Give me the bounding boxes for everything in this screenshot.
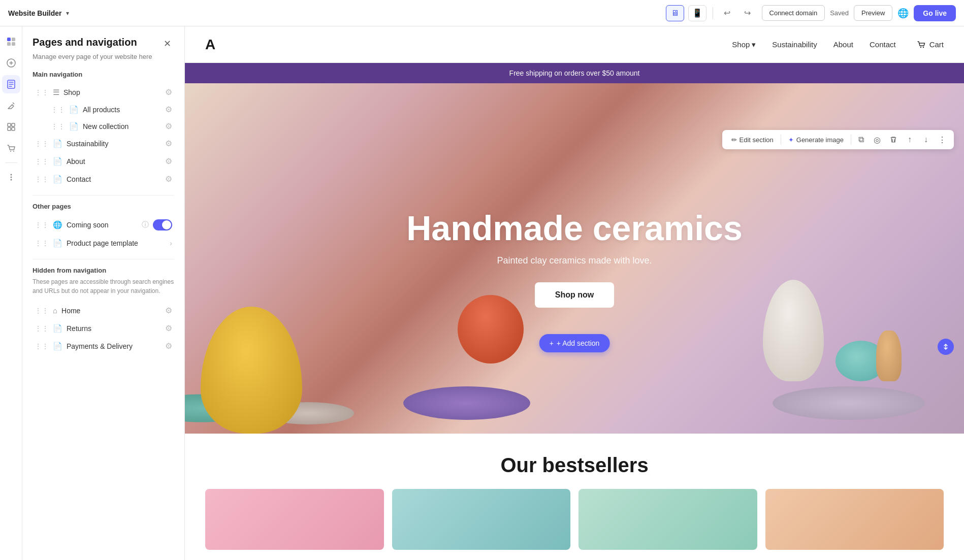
- nav-item-home[interactable]: ⋮⋮ ⌂ Home ⚙: [33, 302, 174, 319]
- move-down-button[interactable]: ↓: [918, 132, 934, 147]
- svg-point-14: [10, 179, 12, 181]
- ceramic-vase-3: [763, 280, 824, 381]
- edit-section-button[interactable]: ✏ Edit section: [726, 134, 779, 146]
- page-icon-returns: 📄: [53, 324, 62, 333]
- rail-design-icon[interactable]: [2, 96, 20, 115]
- sidebar-panel: Pages and navigation ✕ Manage every page…: [22, 26, 185, 560]
- rail-pages-icon[interactable]: [2, 75, 20, 93]
- add-section-button[interactable]: + + Add section: [539, 334, 610, 352]
- drag-handle-home[interactable]: ⋮⋮: [35, 307, 49, 315]
- svg-point-16: [922, 46, 923, 47]
- drag-handle-coming-soon[interactable]: ⋮⋮: [35, 221, 49, 229]
- rail-apps-icon[interactable]: [2, 118, 20, 136]
- nav-item-coming-soon[interactable]: ⋮⋮ 🌐 Coming soon ⓘ: [33, 215, 174, 235]
- bestsellers-title: Our bestsellers: [205, 454, 944, 477]
- rail-more-icon[interactable]: [2, 168, 20, 186]
- more-options-button[interactable]: ⋮: [935, 132, 950, 147]
- coming-soon-toggle[interactable]: [153, 219, 172, 230]
- product-card-3[interactable]: [579, 489, 757, 550]
- nav-item-new-collection[interactable]: ⋮⋮ 📄 New collection ⚙: [33, 118, 174, 135]
- nav-item-payments[interactable]: ⋮⋮ 📄 Payments & Delivery ⚙: [33, 337, 174, 355]
- product-card-1[interactable]: [205, 489, 384, 550]
- cart-icon: [916, 40, 926, 50]
- globe-icon[interactable]: 🌐: [897, 8, 909, 19]
- generate-image-button[interactable]: ✦ Generate image: [783, 134, 849, 146]
- svg-point-12: [10, 174, 12, 176]
- site-nav-cart[interactable]: Cart: [916, 40, 944, 50]
- nav-item-about-label: About: [67, 157, 161, 166]
- nav-item-sustainability[interactable]: ⋮⋮ 📄 Sustainability ⚙: [33, 135, 174, 152]
- go-live-button[interactable]: Go live: [914, 5, 956, 21]
- hide-section-button[interactable]: ◎: [870, 132, 885, 147]
- svg-point-11: [13, 151, 14, 152]
- nav-item-about[interactable]: ⋮⋮ 📄 About ⚙: [33, 152, 174, 170]
- rail-logo-icon: [2, 32, 20, 51]
- desktop-device-button[interactable]: 🖥: [666, 5, 684, 21]
- settings-icon-payments[interactable]: ⚙: [165, 341, 172, 351]
- mobile-device-button[interactable]: 📱: [688, 5, 706, 21]
- preview-button[interactable]: Preview: [854, 5, 892, 21]
- nav-item-shop[interactable]: ⋮⋮ ☰ Shop ⚙: [33, 83, 174, 101]
- rail-ecommerce-icon[interactable]: [2, 139, 20, 157]
- coming-soon-label: Coming soon: [67, 221, 138, 229]
- undo-button[interactable]: ↩: [719, 5, 735, 21]
- page-icon-sustainability: 📄: [53, 139, 62, 148]
- drag-handle-sustainability[interactable]: ⋮⋮: [35, 140, 49, 148]
- height-handle[interactable]: [938, 339, 954, 355]
- delete-section-button[interactable]: [886, 132, 901, 147]
- move-up-button[interactable]: ↑: [902, 132, 917, 147]
- preview-area: A Shop ▾ Sustainability About Contact Ca…: [185, 26, 964, 560]
- section-toolbar: ✏ Edit section ✦ Generate image ⧉ ◎ ↑ ↓ …: [722, 130, 954, 149]
- product-card-4[interactable]: [765, 489, 944, 550]
- topbar-divider: [713, 7, 713, 19]
- section-divider-2: [33, 259, 174, 259]
- svg-rect-6: [8, 123, 11, 126]
- info-icon-coming-soon[interactable]: ⓘ: [142, 220, 149, 229]
- home-icon: ⌂: [53, 306, 57, 315]
- hidden-nav-desc: These pages are accessible through searc…: [33, 277, 174, 295]
- drag-handle-returns[interactable]: ⋮⋮: [35, 324, 49, 333]
- settings-icon-shop[interactable]: ⚙: [165, 87, 172, 97]
- settings-icon-returns[interactable]: ⚙: [165, 323, 172, 333]
- drag-handle-new-collection[interactable]: ⋮⋮: [51, 122, 65, 130]
- redo-button[interactable]: ↪: [740, 5, 756, 21]
- copy-section-button[interactable]: ⧉: [853, 132, 869, 147]
- settings-icon-new-collection[interactable]: ⚙: [165, 121, 172, 131]
- settings-icon-all-products[interactable]: ⚙: [165, 105, 172, 114]
- connect-domain-button[interactable]: Connect domain: [762, 5, 825, 21]
- settings-icon-sustainability[interactable]: ⚙: [165, 139, 172, 148]
- site-nav-contact[interactable]: Contact: [870, 40, 896, 49]
- main-nav-label: Main navigation: [33, 71, 174, 78]
- settings-icon-contact[interactable]: ⚙: [165, 174, 172, 184]
- settings-icon-home[interactable]: ⚙: [165, 306, 172, 315]
- nav-item-product-template[interactable]: ⋮⋮ 📄 Product page template ›: [33, 235, 174, 252]
- site-nav-sustainability[interactable]: Sustainability: [772, 40, 817, 49]
- template-icon: 📄: [53, 239, 62, 248]
- drag-handle-about[interactable]: ⋮⋮: [35, 157, 49, 166]
- drag-handle-all-products[interactable]: ⋮⋮: [51, 106, 65, 114]
- nav-item-contact[interactable]: ⋮⋮ 📄 Contact ⚙: [33, 170, 174, 188]
- shop-now-button[interactable]: Shop now: [535, 282, 614, 308]
- site-logo: A: [205, 37, 215, 53]
- hero-subtitle: Painted clay ceramics made with love.: [406, 255, 742, 266]
- icon-rail: [0, 26, 22, 560]
- site-nav-about[interactable]: About: [833, 40, 853, 49]
- svg-rect-1: [12, 38, 15, 41]
- rail-add-icon[interactable]: [2, 54, 20, 72]
- drag-handle-shop[interactable]: ⋮⋮: [35, 88, 49, 96]
- platform-lavender: [773, 386, 925, 420]
- nav-item-returns[interactable]: ⋮⋮ 📄 Returns ⚙: [33, 319, 174, 337]
- drag-handle-contact[interactable]: ⋮⋮: [35, 175, 49, 183]
- drag-handle-template[interactable]: ⋮⋮: [35, 239, 49, 247]
- site-nav-shop[interactable]: Shop ▾: [732, 40, 756, 49]
- builder-chevron-icon[interactable]: ▾: [66, 10, 69, 17]
- page-icon-payments: 📄: [53, 342, 62, 351]
- ceramic-vase-4: [876, 331, 902, 381]
- nav-item-sustainability-label: Sustainability: [67, 140, 161, 148]
- settings-icon-about[interactable]: ⚙: [165, 156, 172, 166]
- product-card-2[interactable]: [392, 489, 571, 550]
- drag-handle-payments[interactable]: ⋮⋮: [35, 342, 49, 350]
- nav-item-all-products[interactable]: ⋮⋮ 📄 All products ⚙: [33, 101, 174, 118]
- page-icon-about: 📄: [53, 157, 62, 166]
- close-panel-button[interactable]: ✕: [160, 37, 174, 51]
